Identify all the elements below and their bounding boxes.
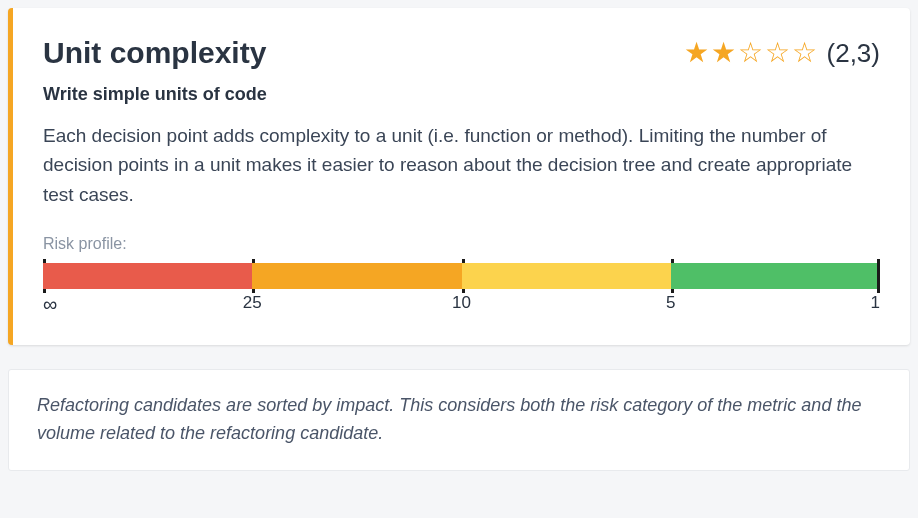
card-title: Unit complexity [43, 36, 266, 70]
tick-label: 25 [243, 293, 262, 313]
complexity-card: Unit complexity ★ ★ ☆ ☆ ☆ (2,3) Write si… [8, 8, 910, 345]
tick-label: 1 [871, 293, 880, 313]
tick-label: 5 [666, 293, 675, 313]
star-icon: ★ [711, 39, 736, 67]
refactoring-note: Refactoring candidates are sorted by imp… [8, 369, 910, 471]
note-text: Refactoring candidates are sorted by imp… [37, 392, 881, 448]
tick-label: ∞ [43, 293, 57, 316]
risk-segment-high [43, 263, 252, 289]
star-icon: ☆ [765, 39, 790, 67]
risk-segment-medium-high [252, 263, 461, 289]
star-icon: ★ [684, 39, 709, 67]
risk-segment-low [671, 263, 880, 289]
risk-tick-labels: ∞ 25 10 5 1 [43, 293, 880, 317]
rating-score: (2,3) [827, 38, 880, 69]
star-icon: ☆ [738, 39, 763, 67]
card-subtitle: Write simple units of code [43, 84, 880, 105]
star-icon: ☆ [792, 39, 817, 67]
card-description: Each decision point adds complexity to a… [43, 121, 880, 209]
risk-profile-label: Risk profile: [43, 235, 880, 253]
tick-label: 10 [452, 293, 471, 313]
card-header: Unit complexity ★ ★ ☆ ☆ ☆ (2,3) [43, 36, 880, 70]
risk-segment-medium [462, 263, 671, 289]
star-rating: ★ ★ ☆ ☆ ☆ [684, 39, 817, 67]
risk-profile-bar [43, 263, 880, 289]
rating: ★ ★ ☆ ☆ ☆ (2,3) [684, 38, 880, 69]
